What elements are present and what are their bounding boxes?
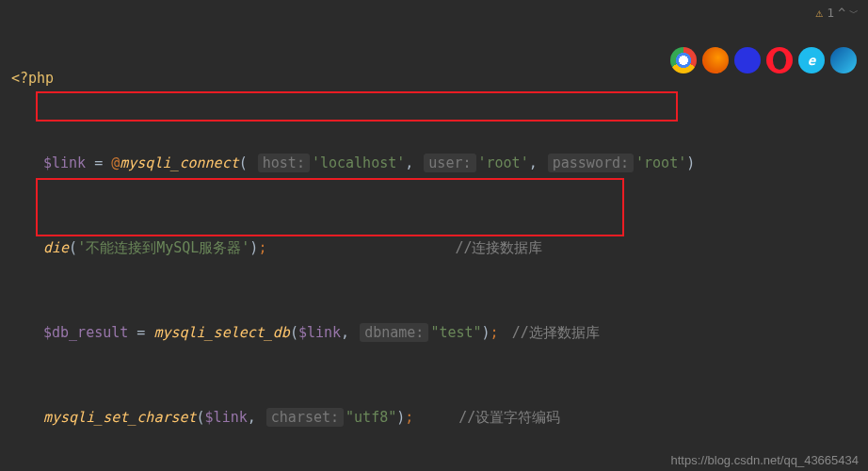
ie-icon[interactable]: e (798, 47, 825, 73)
warning-icon: ⚠ (816, 6, 824, 20)
code-line: die('不能连接到MySQL服务器');//连接数据库 (11, 234, 868, 262)
param-hint: user: (424, 154, 475, 172)
param-hint: host: (258, 154, 310, 172)
code-line: $link = @mysqli_connect( host:'localhost… (11, 149, 868, 177)
warning-count: 1 (827, 6, 834, 20)
browser-icons-toolbar: e (670, 47, 857, 73)
comment: //连接数据库 (455, 239, 542, 256)
warning-indicator[interactable]: ⚠ 1 ^ ﹀ (816, 6, 859, 20)
caret-up-icon: ^ (838, 6, 845, 20)
comment: //设置字符编码 (458, 409, 560, 426)
firefox-icon[interactable] (702, 47, 729, 73)
chrome-icon[interactable] (670, 47, 697, 73)
opera-icon[interactable] (766, 47, 793, 73)
php-open-tag: <?php (11, 70, 54, 87)
baidu-icon[interactable] (734, 47, 761, 73)
caret-down-icon: ﹀ (849, 7, 859, 20)
param-hint: charset: (266, 408, 344, 427)
param-hint: dbname: (360, 323, 428, 342)
code-line: $db_result = mysqli_select_db($link, dbn… (11, 318, 868, 347)
watermark: https://blog.csdn.net/qq_43665434 (671, 453, 860, 467)
comment: //选择数据库 (512, 324, 600, 341)
edge-icon[interactable] (830, 47, 857, 73)
param-hint: password: (548, 154, 634, 172)
code-line: mysqli_set_charset($link, charset:"utf8"… (11, 403, 868, 431)
